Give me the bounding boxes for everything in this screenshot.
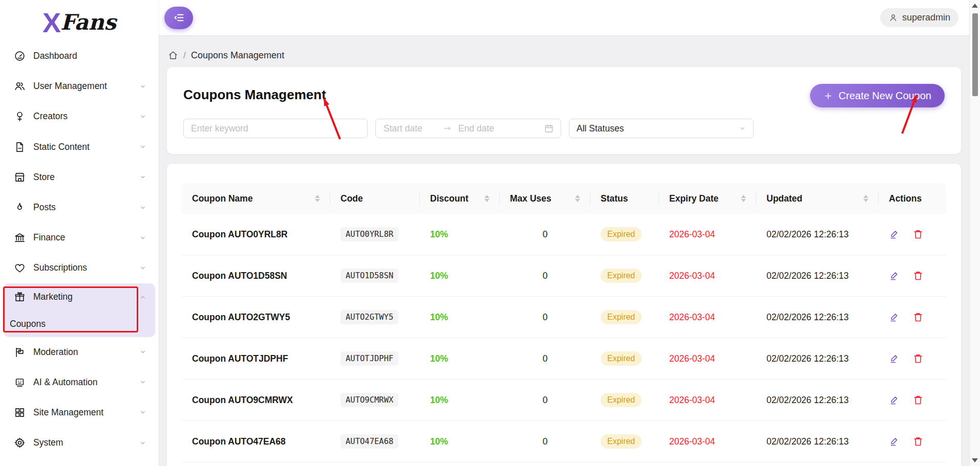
table-cell: 10% <box>420 436 500 447</box>
chevron-down-icon <box>739 125 746 132</box>
chevron-down-icon <box>139 173 146 181</box>
table-row: Coupon AUTO9CMRWXAUTO9CMRWX10%0Expired20… <box>182 380 946 421</box>
user-menu[interactable]: superadmin <box>880 8 958 27</box>
chevron-down-icon <box>139 113 146 120</box>
edit-coupon-button[interactable] <box>889 436 900 447</box>
sidebar-item-store[interactable]: Store <box>0 162 159 192</box>
chevron-down-icon <box>139 204 146 211</box>
sidebar-item-user-management[interactable]: User Management <box>0 71 159 101</box>
coupon-code-chip: AUTOTJDPHF <box>340 351 398 366</box>
edit-icon <box>889 353 900 364</box>
chevron-up-icon <box>139 294 146 301</box>
column-header-coupon-name[interactable]: Coupon Name <box>182 183 330 214</box>
table-cell: AUTOTJDPHF <box>330 351 420 366</box>
trash-icon <box>912 394 924 406</box>
table-cell: Expired <box>590 310 659 324</box>
delete-coupon-button[interactable] <box>912 394 924 406</box>
column-header-code: Code <box>330 183 420 214</box>
scrollbar[interactable] <box>969 0 980 466</box>
coupon-discount: 10% <box>430 312 448 323</box>
sidebar-item-creators[interactable]: Creators <box>0 101 159 131</box>
trash-icon <box>912 229 924 240</box>
coupon-discount: 10% <box>430 229 448 240</box>
page-title: Coupons Management <box>183 86 326 103</box>
sidebar-item-posts[interactable]: Posts <box>0 192 159 223</box>
coupon-updated: 02/02/2026 12:26:13 <box>766 353 849 364</box>
file-icon <box>14 141 26 153</box>
end-date-input[interactable] <box>457 123 511 135</box>
start-date-input[interactable] <box>382 123 443 135</box>
coupon-name: Coupon AUTO9CMRWX <box>192 395 293 406</box>
create-new-coupon-label: Create New Coupon <box>839 90 931 102</box>
table-cell: 02/02/2026 12:26:13 <box>756 271 879 281</box>
keyword-input[interactable] <box>183 119 368 138</box>
table-cell: 02/02/2026 12:26:13 <box>756 312 879 323</box>
coupon-discount: 10% <box>430 436 448 447</box>
table-cell <box>879 436 946 447</box>
sidebar-menu: DashboardUser ManagementCreatorsStatic C… <box>0 41 159 458</box>
scrollbar-thumb[interactable] <box>972 13 978 96</box>
breadcrumb-current: Coupons Management <box>191 50 284 61</box>
delete-coupon-button[interactable] <box>912 436 924 447</box>
scrollbar-down-arrow-icon[interactable] <box>972 458 978 462</box>
home-icon[interactable] <box>168 50 178 60</box>
status-badge: Expired <box>601 227 642 241</box>
sidebar-item-moderation[interactable]: Moderation <box>0 337 159 367</box>
sidebar-collapse-button[interactable] <box>164 7 193 29</box>
edit-icon <box>889 394 900 406</box>
sidebar-item-dashboard[interactable]: Dashboard <box>0 41 159 71</box>
plus-icon <box>823 91 833 101</box>
table-cell: 0 <box>500 229 590 240</box>
delete-coupon-button[interactable] <box>912 270 924 281</box>
sidebar-item-finance[interactable]: Finance <box>0 223 159 253</box>
chevron-down-icon <box>139 83 146 90</box>
create-new-coupon-button[interactable]: Create New Coupon <box>810 84 945 107</box>
delete-coupon-button[interactable] <box>912 312 924 323</box>
sidebar-item-static-content[interactable]: Static Content <box>0 132 159 162</box>
column-header-expiry-date[interactable]: Expiry Date <box>659 183 756 214</box>
menu-fold-icon <box>173 12 185 24</box>
delete-coupon-button[interactable] <box>912 353 924 364</box>
table-cell: AUTO1D58SN <box>330 269 420 283</box>
gift-icon <box>14 291 26 303</box>
table-cell: 0 <box>500 312 590 323</box>
table-cell: Expired <box>590 351 659 366</box>
column-header-updated[interactable]: Updated <box>756 183 879 214</box>
sidebar-item-ai-automation[interactable]: AI & Automation <box>0 367 159 397</box>
brand-logo[interactable]: X Fans <box>0 0 159 41</box>
table-cell: 2026-03-04 <box>659 271 756 281</box>
table-cell: Expired <box>590 434 659 449</box>
column-header-max-uses[interactable]: Max Uses <box>500 183 590 214</box>
table-cell: AUTO9CMRWX <box>330 393 420 407</box>
edit-coupon-button[interactable] <box>889 229 900 240</box>
sidebar-item-system[interactable]: System <box>0 428 159 458</box>
table-cell: 2026-03-04 <box>659 395 756 406</box>
sidebar-item-site-management[interactable]: Site Management <box>0 397 159 428</box>
edit-icon <box>889 312 900 323</box>
sidebar-item-marketing[interactable]: Marketing <box>4 283 155 311</box>
edit-coupon-button[interactable] <box>889 270 900 281</box>
column-header-discount[interactable]: Discount <box>420 183 500 214</box>
table-cell: AUTO2GTWY5 <box>330 310 420 324</box>
date-range-picker[interactable] <box>375 119 561 138</box>
trash-icon <box>912 436 924 447</box>
table-cell <box>879 353 946 364</box>
delete-coupon-button[interactable] <box>912 229 924 240</box>
status-select[interactable]: All Statuses <box>569 119 754 138</box>
table-cell: 10% <box>420 312 500 323</box>
grid-icon <box>14 407 26 418</box>
trash-icon <box>912 270 924 281</box>
sidebar-item-subscriptions[interactable]: Subscriptions <box>0 253 159 283</box>
coupon-name: Coupon AUTO0YRL8R <box>192 229 288 240</box>
table-cell: Coupon AUTO0YRL8R <box>182 229 330 240</box>
sidebar-subitem-coupons[interactable]: Coupons <box>4 311 155 337</box>
edit-coupon-button[interactable] <box>889 312 900 323</box>
chevron-down-icon <box>139 264 146 272</box>
coupon-code-chip: AUTO9CMRWX <box>340 393 398 407</box>
store-icon <box>14 171 26 183</box>
edit-coupon-button[interactable] <box>889 394 900 406</box>
edit-coupon-button[interactable] <box>889 353 900 364</box>
table-cell: 0 <box>500 353 590 364</box>
scrollbar-up-arrow-icon[interactable] <box>972 4 978 8</box>
table-cell: Coupon AUTO2GTWY5 <box>182 312 330 323</box>
